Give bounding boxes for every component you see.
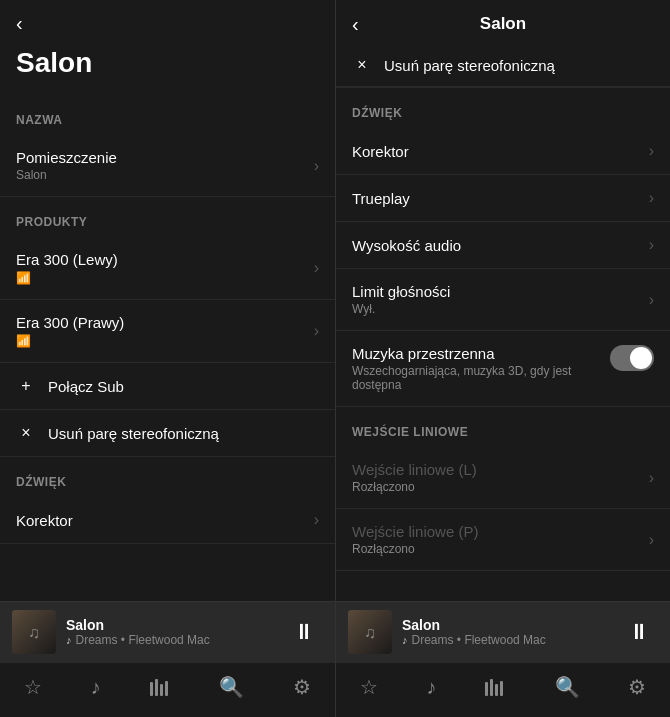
left-remove-stereo-row[interactable]: × Usuń parę stereofoniczną [0,410,335,457]
right-row-wysokosc[interactable]: Wysokość audio › [336,222,670,269]
left-row-pomieszczenie-title: Pomieszczenie [16,149,314,166]
left-row-pomieszczenie-subtitle: Salon [16,168,314,182]
right-header: ‹ Salon [336,0,670,44]
right-now-playing-title: Salon [402,617,620,633]
apple-music-icon: ♪ [66,634,72,646]
x-icon: × [16,424,36,442]
chevron-icon: › [649,142,654,160]
svg-rect-10 [485,682,488,696]
left-tab-bar: ☆ ♪ 🔍 ⚙ [0,662,335,717]
chevron-icon: › [314,157,319,175]
remove-stereo-label: Usuń parę stereofoniczną [48,425,219,442]
right-back-button[interactable]: ‹ [352,13,359,36]
right-wejscie-l-title: Wejście liniowe (L) [352,461,649,478]
svg-rect-6 [165,681,168,696]
right-wejscie-p-subtitle: Rozłączono [352,542,649,556]
left-section-dzwiek: DŹWIĘK [0,457,335,497]
right-remove-stereo-label: Usuń parę stereofoniczną [384,57,555,74]
right-tab-settings[interactable]: ⚙ [612,673,662,701]
right-section-wejscie: Wejście liniowe [336,407,670,447]
left-row-korektor[interactable]: Korektor › [0,497,335,544]
right-row-wejscie-l[interactable]: Wejście liniowe (L) Rozłączono › [336,447,670,509]
right-row-korektor[interactable]: Korektor › [336,128,670,175]
right-panel: ‹ Salon × Usuń parę stereofoniczną DŹWIĘ… [335,0,670,717]
left-back-button[interactable]: ‹ [16,12,23,35]
right-row-limit[interactable]: Limit głośności Wył. › [336,269,670,331]
svg-text:♫: ♫ [28,624,40,641]
left-tab-settings[interactable]: ⚙ [277,673,327,701]
left-now-playing[interactable]: ♫ Salon ♪ Dreams • Fleetwood Mac ⏸ [0,601,335,662]
right-limit-subtitle: Wył. [352,302,649,316]
left-row-era300-lewy[interactable]: Era 300 (Lewy) 📶 › [0,237,335,300]
left-play-pause-button[interactable]: ⏸ [285,615,323,649]
left-album-art: ♫ [12,610,56,654]
left-era300-lewy-title: Era 300 (Lewy) [16,251,314,268]
chevron-icon: › [314,322,319,340]
right-now-playing-info: Salon ♪ Dreams • Fleetwood Mac [402,617,620,647]
connect-sub-label: Połącz Sub [48,378,124,395]
svg-rect-5 [160,684,163,696]
left-section-produkty: Produkty [0,197,335,237]
left-tab-favorites[interactable]: ☆ [8,673,58,701]
right-wejscie-p-title: Wejście liniowe (P) [352,523,649,540]
right-wysokosc-title: Wysokość audio [352,237,649,254]
right-wejscie-l-subtitle: Rozłączono [352,480,649,494]
chevron-icon: › [314,511,319,529]
left-panel: ‹ Salon Nazwa Pomieszczenie Salon › Prod… [0,0,335,717]
right-play-pause-button[interactable]: ⏸ [620,615,658,649]
left-now-playing-info: Salon ♪ Dreams • Fleetwood Mac [66,617,285,647]
apple-music-icon-right: ♪ [402,634,408,646]
left-tab-music[interactable]: ♪ [75,674,117,701]
left-korektor-title: Korektor [16,512,314,529]
left-now-playing-subtitle: ♪ Dreams • Fleetwood Mac [66,633,285,647]
left-row-era300-prawy[interactable]: Era 300 (Prawy) 📶 › [0,300,335,363]
right-page-title: Salon [480,14,526,34]
right-remove-stereo-row[interactable]: × Usuń parę stereofoniczną [336,44,670,87]
toggle-knob [630,347,652,369]
left-era300-prawy-title: Era 300 (Prawy) [16,314,314,331]
left-connect-sub-row[interactable]: + Połącz Sub [0,363,335,410]
right-now-playing-subtitle: ♪ Dreams • Fleetwood Mac [402,633,620,647]
plus-icon: + [16,377,36,395]
chevron-icon: › [649,531,654,549]
svg-rect-12 [495,684,498,696]
svg-rect-4 [155,679,158,696]
left-header: ‹ Salon [0,0,335,95]
right-tab-favorites[interactable]: ☆ [344,673,394,701]
chevron-icon: › [314,259,319,277]
svg-rect-3 [150,682,153,696]
right-trueplay-title: Trueplay [352,190,649,207]
right-album-art: ♫ [348,610,392,654]
muzyka-przestrzenna-toggle[interactable] [610,345,654,371]
left-scroll: ‹ Salon Nazwa Pomieszczenie Salon › Prod… [0,0,335,601]
right-muzyka-subtitle: Wszechogarniająca, muzyka 3D, gdy jest d… [352,364,598,392]
left-tab-search[interactable]: 🔍 [203,673,260,701]
svg-rect-11 [490,679,493,696]
left-section-nazwa: Nazwa [0,95,335,135]
left-now-playing-title: Salon [66,617,285,633]
chevron-icon: › [649,189,654,207]
left-row-pomieszczenie[interactable]: Pomieszczenie Salon › [0,135,335,197]
right-tab-rooms[interactable] [468,676,522,698]
left-tab-rooms[interactable] [133,676,187,698]
right-korektor-title: Korektor [352,143,649,160]
right-row-trueplay[interactable]: Trueplay › [336,175,670,222]
right-now-playing[interactable]: ♫ Salon ♪ Dreams • Fleetwood Mac ⏸ [336,601,670,662]
chevron-icon: › [649,236,654,254]
svg-text:♫: ♫ [364,624,376,641]
right-row-muzyka-przestrzenna: Muzyka przestrzenna Wszechogarniająca, m… [336,331,670,407]
right-limit-title: Limit głośności [352,283,649,300]
left-page-title: Salon [16,43,319,87]
right-row-wejscie-p[interactable]: Wejście liniowe (P) Rozłączono › [336,509,670,571]
wifi-icon-lewy: 📶 [16,271,314,285]
wifi-icon-prawy: 📶 [16,334,314,348]
right-scroll: ‹ Salon × Usuń parę stereofoniczną DŹWIĘ… [336,0,670,601]
svg-rect-13 [500,681,503,696]
chevron-icon: › [649,291,654,309]
x-icon-right: × [352,56,372,74]
right-muzyka-title: Muzyka przestrzenna [352,345,598,362]
right-tab-music[interactable]: ♪ [410,674,452,701]
right-section-dzwiek: DŹWIĘK [336,88,670,128]
right-tab-bar: ☆ ♪ 🔍 ⚙ [336,662,670,717]
right-tab-search[interactable]: 🔍 [539,673,596,701]
